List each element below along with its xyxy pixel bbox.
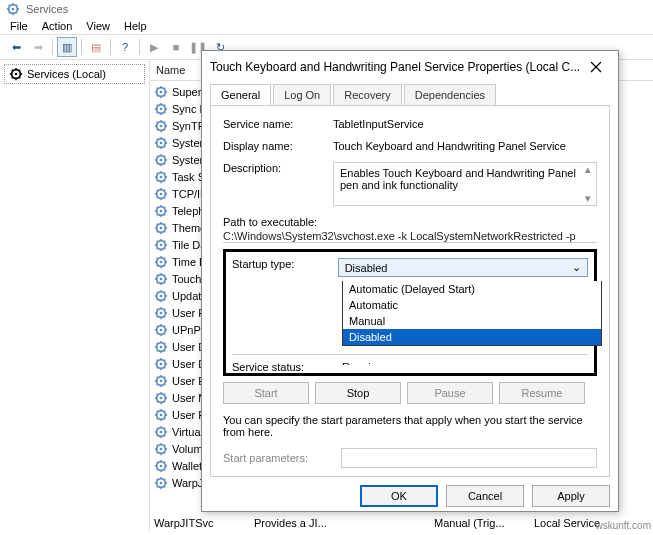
- gear-icon: [154, 425, 168, 439]
- gear-icon: [9, 67, 23, 81]
- chevron-down-icon: ⌄: [572, 261, 581, 274]
- watermark: wskunft.com: [595, 520, 651, 531]
- startup-option[interactable]: Disabled: [343, 329, 601, 345]
- service-status-value: Running: [342, 361, 383, 365]
- play-button[interactable]: ▶: [144, 37, 164, 57]
- close-button[interactable]: [582, 57, 610, 77]
- stop-tb-button[interactable]: ■: [166, 37, 186, 57]
- start-params-label: Start parameters:: [223, 452, 333, 464]
- tab-recovery[interactable]: Recovery: [333, 84, 401, 106]
- startup-option[interactable]: Automatic (Delayed Start): [343, 281, 601, 297]
- service-name-value: TabletInputService: [333, 118, 597, 130]
- gear-icon: [154, 136, 168, 150]
- cancel-button[interactable]: Cancel: [446, 485, 524, 507]
- gear-icon: [154, 187, 168, 201]
- path-value: C:\Windows\System32\svchost.exe -k Local…: [223, 230, 597, 243]
- startup-type-value: Disabled: [345, 262, 388, 274]
- gear-icon: [154, 442, 168, 456]
- menu-action[interactable]: Action: [42, 20, 73, 32]
- startup-section: Startup type: Disabled ⌄ Automatic (Dela…: [223, 249, 597, 376]
- gear-icon: [154, 153, 168, 167]
- resume-button: Resume: [499, 382, 585, 404]
- menu-view[interactable]: View: [86, 20, 110, 32]
- gear-icon: [154, 170, 168, 184]
- tab-strip: General Log On Recovery Dependencies: [202, 83, 618, 105]
- gear-icon: [154, 323, 168, 337]
- description-value: Enables Touch Keyboard and Handwriting P…: [333, 162, 597, 206]
- service-name-label: Service name:: [223, 118, 333, 130]
- forward-button[interactable]: ➡: [28, 37, 48, 57]
- export-button[interactable]: ▤: [86, 37, 106, 57]
- detail-row: WarpJITSvc Provides a JI... Manual (Trig…: [150, 517, 653, 529]
- gear-icon: [154, 374, 168, 388]
- startup-type-dropdown[interactable]: Automatic (Delayed Start)AutomaticManual…: [342, 281, 602, 346]
- gear-icon: [154, 391, 168, 405]
- service-control-buttons: Start Stop Pause Resume: [223, 382, 597, 404]
- tab-logon[interactable]: Log On: [273, 84, 331, 106]
- properties-dialog: Touch Keyboard and Handwriting Panel Ser…: [201, 50, 619, 512]
- tab-general[interactable]: General: [210, 84, 271, 106]
- gear-icon: [154, 119, 168, 133]
- gear-icon: [154, 476, 168, 490]
- menu-help[interactable]: Help: [124, 20, 147, 32]
- back-button[interactable]: ⬅: [6, 37, 26, 57]
- menu-file[interactable]: File: [10, 20, 28, 32]
- startup-option[interactable]: Manual: [343, 313, 601, 329]
- gear-icon: [154, 340, 168, 354]
- gear-icon: [154, 255, 168, 269]
- gear-icon: [154, 357, 168, 371]
- tree-node-label: Services (Local): [27, 68, 106, 80]
- start-params-input: [341, 448, 597, 468]
- start-button: Start: [223, 382, 309, 404]
- startup-option[interactable]: Automatic: [343, 297, 601, 313]
- tab-dependencies[interactable]: Dependencies: [404, 84, 496, 106]
- gear-icon: [154, 459, 168, 473]
- close-icon: [590, 61, 602, 73]
- gear-icon: [154, 102, 168, 116]
- help-button[interactable]: ?: [115, 37, 135, 57]
- description-scrollbar[interactable]: ▴▾: [580, 163, 596, 205]
- apply-button[interactable]: Apply: [532, 485, 610, 507]
- gear-icon: [154, 408, 168, 422]
- service-status-label: Service status:: [232, 361, 342, 373]
- startup-type-label: Startup type:: [232, 258, 338, 277]
- display-name-value: Touch Keyboard and Handwriting Panel Ser…: [333, 140, 597, 152]
- app-icon: [6, 2, 20, 16]
- start-params-hint: You can specify the start parameters tha…: [223, 414, 597, 438]
- tree-node-services-local[interactable]: Services (Local): [4, 64, 145, 84]
- gear-icon: [154, 85, 168, 99]
- dialog-title: Touch Keyboard and Handwriting Panel Ser…: [210, 60, 582, 74]
- ok-button[interactable]: OK: [360, 485, 438, 507]
- show-hide-tree-button[interactable]: ▥: [57, 37, 77, 57]
- dialog-button-row: OK Cancel Apply: [202, 477, 618, 515]
- window-title: Services: [26, 3, 68, 15]
- gear-icon: [154, 272, 168, 286]
- gear-icon: [154, 238, 168, 252]
- pause-button: Pause: [407, 382, 493, 404]
- gear-icon: [154, 306, 168, 320]
- description-label: Description:: [223, 162, 333, 206]
- startup-type-combo[interactable]: Disabled ⌄: [338, 258, 588, 277]
- path-label: Path to executable:: [223, 216, 597, 228]
- tree-pane: Services (Local): [0, 60, 150, 531]
- gear-icon: [154, 204, 168, 218]
- display-name-label: Display name:: [223, 140, 333, 152]
- dialog-title-bar: Touch Keyboard and Handwriting Panel Ser…: [202, 51, 618, 83]
- window-title-bar: Services: [0, 0, 653, 18]
- menu-bar: File Action View Help: [0, 18, 653, 34]
- tab-body-general: Service name: TabletInputService Display…: [210, 105, 610, 477]
- gear-icon: [154, 289, 168, 303]
- stop-button[interactable]: Stop: [315, 382, 401, 404]
- gear-icon: [154, 221, 168, 235]
